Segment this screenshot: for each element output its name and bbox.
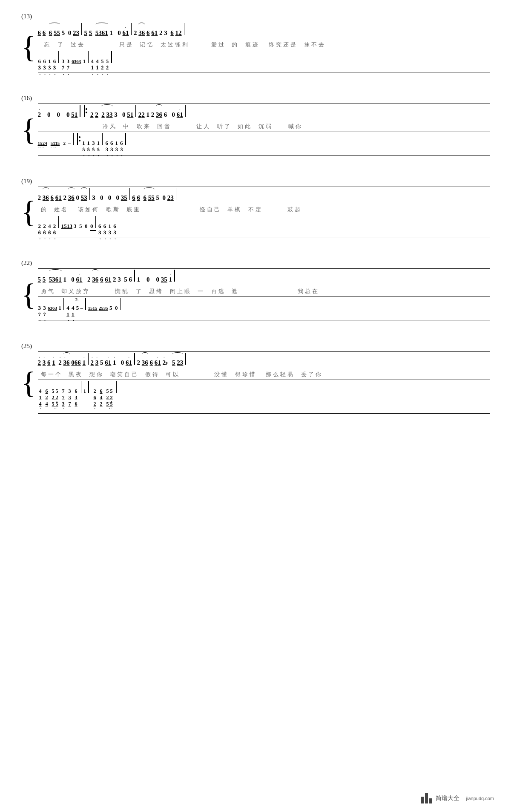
voice3: 2 <box>100 401 103 407</box>
chord-note: 7 <box>43 311 46 318</box>
note: – <box>80 305 83 311</box>
chord-note: 3 <box>113 230 116 236</box>
bass-group-7: 2 ·6 ·2 <box>94 388 96 407</box>
note-tie: 36 <box>156 108 162 118</box>
note: 3 <box>114 111 118 118</box>
chord-note: 6 <box>113 223 116 230</box>
chord: 5 2 <box>106 58 109 71</box>
chord-note: 6 <box>48 230 51 236</box>
voice1: 6 <box>46 388 48 394</box>
note: 1 <box>137 276 141 283</box>
chord-note: 3 <box>115 147 118 153</box>
watermark-text: 简谱大全 <box>436 795 459 802</box>
note: 6 <box>164 111 167 118</box>
chord-note: 3 <box>120 147 123 153</box>
staff-content-25: ·2 ·3 6 ·1 ·2 ·36 066 ·1 ·2 ·3 5 ·61 ·1 … <box>38 351 490 414</box>
note: 6 <box>132 194 135 202</box>
barline <box>88 51 89 63</box>
chord: 3 7 <box>67 58 70 71</box>
note: 23 <box>73 29 79 37</box>
note: 0 <box>85 223 88 230</box>
chord-note: 1 <box>87 140 90 147</box>
voice1: 4 <box>39 388 42 394</box>
chord: 3 7 <box>62 58 65 71</box>
note-tie: 36 <box>68 191 75 202</box>
note-tie: 6 55 <box>49 26 60 37</box>
chord: 2 6 <box>53 223 56 236</box>
note: 0 <box>121 359 124 366</box>
note: 6 <box>129 276 132 283</box>
brace-wrap-22: { 5 5 5361 1 0 ·61 2 36 6 61 2 3 <box>21 268 490 320</box>
note: 2 <box>38 194 41 202</box>
lyrics-25: 每一个 黑夜 想你 嘲笑自己 假得 可以 没懂 得珍惜 那么轻易 丢了你 <box>38 370 490 380</box>
barline <box>89 188 90 200</box>
voice1: 3 <box>69 388 71 394</box>
staff-content-13: 6 6 6 55 5 0 23 5 5 5361 1 0 ·61 <box>38 22 490 72</box>
note: 0 <box>146 276 150 283</box>
chord-note: 2 <box>43 223 46 230</box>
lyric-text: 的 姓名 该如何 歇斯 底里 怪自己 羊棋 不定 鼓起 <box>38 206 302 213</box>
chord: 4 1 <box>91 58 94 71</box>
repeat-sign <box>84 105 87 117</box>
note-with-dot: ·23· <box>163 359 166 366</box>
note: 1 <box>83 58 86 65</box>
chord-note: 4 <box>66 305 69 311</box>
repeat-sign <box>77 133 80 145</box>
bass-group-5: 3 3 7 <box>69 388 71 407</box>
voice2: ·1 <box>39 394 42 401</box>
brace-wrap-25: { ·2 ·3 6 ·1 ·2 ·36 066 ·1 ·2 ·3 5 ·61 <box>21 351 490 414</box>
chord-note: 3 <box>43 305 46 311</box>
bass-row-16: · · · ·1524 · · · 5115 2 – 1 <box>38 132 490 155</box>
chord: 4 6 <box>48 223 51 236</box>
section-label-13: (13) <box>21 13 490 20</box>
note: 1515 <box>88 305 98 311</box>
barline <box>125 133 126 145</box>
note: 1 <box>58 305 61 311</box>
note: 0 <box>90 223 93 230</box>
note: 1 <box>146 111 150 118</box>
chord-note: 3 <box>62 58 65 65</box>
note: 2 <box>89 111 93 118</box>
note: 5 <box>43 276 46 283</box>
note: 0 <box>68 29 72 37</box>
note: 61 <box>55 194 62 202</box>
lyrics-22: 勇气 却又放弃 慌乱 了 思绪 闭上眼 一 再逃 遮 我总在 <box>38 287 490 297</box>
barline <box>134 270 135 282</box>
chord: 1 5 <box>82 140 85 153</box>
barline <box>135 105 136 117</box>
barline <box>119 216 120 228</box>
note: 0 <box>118 29 121 37</box>
melody-row-25: ·2 ·3 6 ·1 ·2 ·36 066 ·1 ·2 ·3 5 ·61 ·1 … <box>38 351 490 370</box>
chord: 3 7 <box>43 305 46 318</box>
note-tie: 36 <box>138 26 145 37</box>
chord-note: 1 <box>82 140 85 147</box>
note: 0 <box>71 276 75 283</box>
note: ·1 <box>169 276 172 283</box>
chord-note: 3 <box>43 65 46 71</box>
note-dot-above: ·61 <box>105 359 111 366</box>
chord: 1 3 <box>109 223 112 236</box>
chord: 1 3 <box>48 58 51 71</box>
chord-note: 6363 <box>72 59 81 64</box>
voice1: 5 5 <box>52 388 58 394</box>
chord: 1 5 <box>97 140 100 153</box>
note: 6 <box>146 29 150 37</box>
chord: 6 3 <box>103 223 106 236</box>
note: ·2 <box>38 111 41 118</box>
brace-16: { <box>21 104 36 155</box>
chord: 3 5 <box>92 140 95 153</box>
note-dot-above: ·61 <box>126 359 132 366</box>
chord-note: 6 <box>98 223 101 230</box>
voice1: 6 <box>100 388 103 394</box>
watermark-logo <box>421 793 432 803</box>
note: 1 <box>83 388 86 394</box>
chord-note: 3 <box>53 65 56 71</box>
section-19: (19) { 2 36 6 61 2 36 0 53 3 0 0 <box>21 178 490 237</box>
brace-13: { <box>21 22 36 72</box>
note: 61 <box>105 276 111 283</box>
note: 6 <box>170 29 174 37</box>
note: 2 <box>151 111 155 118</box>
note: 3 <box>74 223 77 230</box>
note: – <box>68 140 71 147</box>
note: 0 <box>122 111 126 118</box>
